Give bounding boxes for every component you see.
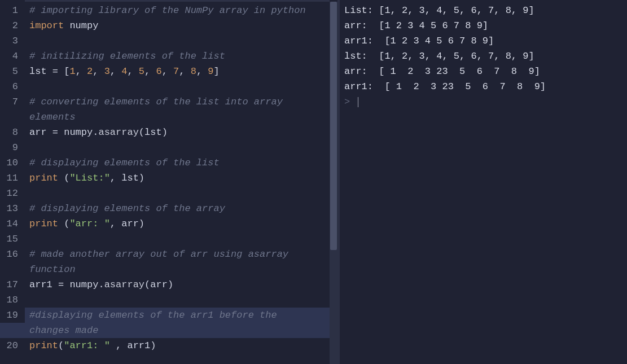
code-content[interactable]: # displaying elements of the list [25, 155, 337, 170]
code-line[interactable]: 18 [0, 292, 337, 308]
code-line[interactable]: 19#displaying elements of the arr1 befor… [0, 308, 337, 323]
line-number: 2 [0, 18, 25, 33]
code-content[interactable]: # displaying elements of the array [25, 201, 337, 216]
line-number: 11 [0, 170, 25, 186]
line-number: 19 [0, 308, 25, 323]
code-line[interactable]: 9 [0, 140, 337, 155]
line-number: 6 [0, 79, 25, 94]
code-content[interactable]: print("arr1: " , arr1) [25, 338, 337, 353]
code-content[interactable]: function [0, 262, 337, 277]
code-content[interactable]: # initilizing elements of the list [25, 49, 337, 64]
code-content[interactable]: # made another array out of arr using as… [25, 247, 337, 262]
code-content[interactable]: # converting elements of the list into a… [25, 94, 337, 109]
code-line[interactable]: 1# importing library of the NumPy array … [0, 3, 337, 18]
line-number: 17 [0, 277, 25, 292]
line-number: 8 [0, 125, 25, 140]
editor-scrollbar-thumb[interactable] [330, 2, 337, 250]
code-line[interactable]: 11print ("List:", lst) [0, 170, 337, 186]
code-line[interactable]: 4# initilizing elements of the list [0, 49, 337, 64]
code-line[interactable]: function [0, 262, 337, 277]
line-number: 7 [0, 94, 25, 109]
line-number: 20 [0, 338, 25, 353]
console-prompt[interactable]: > [344, 94, 622, 109]
code-line[interactable]: 2import numpy [0, 18, 337, 33]
code-line[interactable]: 8arr = numpy.asarray(lst) [0, 125, 337, 140]
editor-scrollbar-track[interactable] [330, 2, 337, 364]
output-line: arr: [ 1 2 3 23 5 6 7 8 9] [344, 64, 622, 79]
line-number: 16 [0, 247, 25, 262]
output-line: lst: [1, 2, 3, 4, 5, 6, 7, 8, 9] [344, 49, 622, 64]
code-content[interactable] [25, 33, 337, 49]
code-line[interactable]: 16# made another array out of arr using … [0, 247, 337, 262]
code-line[interactable]: 20print("arr1: " , arr1) [0, 338, 337, 353]
line-number: 13 [0, 201, 25, 216]
code-content[interactable]: import numpy [25, 18, 337, 33]
code-content[interactable]: print ("arr: ", arr) [25, 216, 337, 231]
line-number: 3 [0, 33, 25, 49]
code-line[interactable]: 14print ("arr: ", arr) [0, 216, 337, 231]
output-pane[interactable]: List: [1, 2, 3, 4, 5, 6, 7, 8, 9]arr: [1… [340, 0, 627, 364]
code-content[interactable] [25, 186, 337, 201]
line-number: 9 [0, 140, 25, 155]
code-content[interactable]: arr = numpy.asarray(lst) [25, 125, 337, 140]
output-line: arr: [1 2 3 4 5 6 7 8 9] [344, 18, 622, 33]
code-line[interactable]: 3 [0, 33, 337, 49]
code-line[interactable]: 10# displaying elements of the list [0, 155, 337, 170]
code-content[interactable]: elements [0, 109, 337, 125]
code-content[interactable]: #displaying elements of the arr1 before … [25, 308, 337, 323]
code-content[interactable] [25, 292, 337, 308]
line-number: 1 [0, 3, 25, 18]
code-line[interactable]: changes made [0, 323, 337, 338]
output-line: List: [1, 2, 3, 4, 5, 6, 7, 8, 9] [344, 3, 622, 18]
code-content[interactable]: changes made [0, 323, 337, 338]
line-number: 5 [0, 64, 25, 79]
editor-pane[interactable]: 1# importing library of the NumPy array … [0, 0, 337, 364]
code-content[interactable]: arr1 = numpy.asarray(arr) [25, 277, 337, 292]
code-line[interactable]: 7# converting elements of the list into … [0, 94, 337, 109]
code-line[interactable]: elements [0, 109, 337, 125]
line-number: 14 [0, 216, 25, 231]
code-line[interactable]: 17arr1 = numpy.asarray(arr) [0, 277, 337, 292]
code-line[interactable]: 12 [0, 186, 337, 201]
output-line: arr1: [ 1 2 3 23 5 6 7 8 9] [344, 79, 622, 94]
code-content[interactable]: print ("List:", lst) [25, 170, 337, 186]
line-number: 15 [0, 231, 25, 247]
output-line: arr1: [1 2 3 4 5 6 7 8 9] [344, 33, 622, 49]
code-content[interactable] [25, 140, 337, 155]
line-number: 12 [0, 186, 25, 201]
code-content[interactable]: # importing library of the NumPy array i… [25, 3, 337, 18]
code-content[interactable]: lst = [1, 2, 3, 4, 5, 6, 7, 8, 9] [25, 64, 337, 79]
output-content: List: [1, 2, 3, 4, 5, 6, 7, 8, 9]arr: [1… [344, 3, 622, 94]
line-number: 18 [0, 292, 25, 308]
line-number: 10 [0, 155, 25, 170]
code-line[interactable]: 15 [0, 231, 337, 247]
code-line[interactable]: 6 [0, 79, 337, 94]
code-content[interactable] [25, 79, 337, 94]
code-line[interactable]: 13# displaying elements of the array [0, 201, 337, 216]
workspace: 1# importing library of the NumPy array … [0, 0, 627, 364]
code-content[interactable] [25, 231, 337, 247]
code-editor[interactable]: 1# importing library of the NumPy array … [0, 2, 337, 353]
cursor-icon [358, 97, 358, 107]
code-line[interactable]: 5lst = [1, 2, 3, 4, 5, 6, 7, 8, 9] [0, 64, 337, 79]
line-number: 4 [0, 49, 25, 64]
